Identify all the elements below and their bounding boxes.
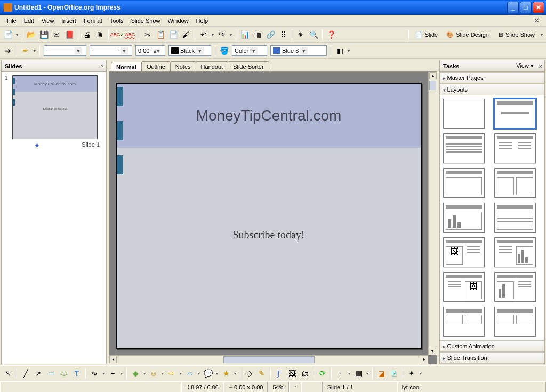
layout-title-chart[interactable]: [443, 203, 485, 233]
animation-icon[interactable]: ✦: [406, 367, 417, 379]
menu-help[interactable]: Help: [192, 17, 212, 25]
section-slide-transition[interactable]: Slide Transition: [440, 352, 544, 364]
open-icon[interactable]: 📂: [25, 29, 37, 41]
line-color-combo[interactable]: Black▾: [168, 45, 211, 56]
pen-dropdown[interactable]: ▾: [33, 49, 37, 53]
format-paintbrush-icon[interactable]: 🖌: [180, 29, 192, 41]
grid-icon[interactable]: ⠿: [277, 29, 289, 41]
layout-title-two-box[interactable]: [494, 168, 536, 198]
navigator-icon[interactable]: ✴: [295, 29, 307, 41]
line-tool-icon[interactable]: ╱: [20, 367, 31, 379]
arrow-style-combo[interactable]: ▾: [44, 45, 86, 56]
layout-title-table[interactable]: [494, 203, 536, 233]
arrange-dropdown[interactable]: ▾: [365, 371, 370, 376]
print-preview-icon[interactable]: 🗎: [94, 29, 106, 41]
interaction-icon[interactable]: ⎘: [388, 367, 400, 379]
extrusion-icon[interactable]: ◪: [375, 367, 387, 379]
hyperlink-icon[interactable]: 🔗: [264, 29, 276, 41]
spreadsheet-icon[interactable]: ▦: [252, 29, 263, 41]
layout-title-two-content[interactable]: [494, 133, 536, 163]
mail-icon[interactable]: ✉: [51, 29, 62, 41]
section-master-pages[interactable]: Master Pages: [440, 72, 544, 84]
symbol-shapes-icon[interactable]: ☺: [148, 367, 159, 379]
arrange-icon[interactable]: ▤: [352, 367, 364, 379]
tab-normal[interactable]: Normal: [111, 62, 142, 72]
stars-icon[interactable]: ★: [220, 367, 232, 379]
zoom-icon[interactable]: 🔍: [308, 29, 319, 41]
curve-dropdown[interactable]: ▾: [101, 371, 106, 376]
fill-bucket-icon[interactable]: 🪣: [218, 45, 230, 57]
copy-icon[interactable]: 📋: [155, 29, 166, 41]
auto-spellcheck-icon[interactable]: ABC: [124, 29, 136, 41]
basic-shapes-dropdown[interactable]: ▾: [142, 371, 147, 376]
layout-blank[interactable]: [443, 99, 485, 129]
menu-slideshow[interactable]: Slide Show: [127, 17, 164, 25]
layout-title-only[interactable]: [443, 168, 485, 198]
menu-file[interactable]: File: [3, 17, 20, 25]
menu-insert[interactable]: Insert: [58, 17, 80, 25]
alignment-dropdown[interactable]: ▾: [347, 371, 351, 376]
rectangle-tool-icon[interactable]: ▭: [45, 367, 57, 379]
save-icon[interactable]: 💾: [38, 29, 50, 41]
drawing-toolbar-overflow[interactable]: ▾: [419, 371, 423, 376]
menu-format[interactable]: Format: [80, 17, 106, 25]
tasks-panel-close-icon[interactable]: ×: [539, 63, 542, 69]
tab-handout[interactable]: Handout: [196, 61, 229, 71]
slide-canvas[interactable]: MoneyTipCentral.com Subscribe today!: [116, 83, 422, 349]
section-custom-animation[interactable]: Custom Animation: [440, 340, 544, 352]
pen-icon[interactable]: ✒: [20, 45, 31, 57]
layout-title-content[interactable]: [494, 99, 536, 129]
select-tool-icon[interactable]: ↖: [2, 367, 14, 379]
vertical-scrollbar[interactable]: ▴▾: [428, 72, 437, 355]
layout-title-text-clip[interactable]: 🖼: [443, 272, 485, 302]
arrow-tool-icon[interactable]: ➚: [33, 367, 44, 379]
callouts-dropdown[interactable]: ▾: [215, 371, 219, 376]
slide-button[interactable]: 📄 Slide: [412, 29, 441, 41]
from-file-icon[interactable]: 🖼: [286, 367, 298, 379]
slide-title-placeholder[interactable]: MoneyTipCentral.com: [117, 84, 421, 148]
help-icon[interactable]: ❓: [325, 29, 337, 41]
connector-tool-icon[interactable]: ⌐: [107, 367, 118, 379]
chart-icon[interactable]: 📊: [239, 29, 251, 41]
tab-outline[interactable]: Outline: [141, 61, 171, 71]
curve-tool-icon[interactable]: ∿: [89, 367, 100, 379]
redo-icon[interactable]: ↷: [216, 29, 228, 41]
tab-notes[interactable]: Notes: [170, 61, 196, 71]
menu-tools[interactable]: Tools: [106, 17, 127, 25]
gallery-icon[interactable]: 🗂: [299, 367, 311, 379]
flowchart-icon[interactable]: ▱: [184, 367, 196, 379]
horizontal-scrollbar[interactable]: ◂▸: [109, 355, 428, 364]
toolbar-overflow[interactable]: ▾: [540, 33, 544, 37]
slide-show-button[interactable]: 🖥 Slide Show: [494, 29, 539, 41]
minimize-button[interactable]: _: [507, 2, 519, 13]
spellcheck-icon[interactable]: ABC✓: [111, 29, 123, 41]
undo-dropdown[interactable]: ▾: [211, 33, 215, 37]
layout-four-1[interactable]: [443, 307, 485, 337]
cut-icon[interactable]: ✂: [142, 29, 154, 41]
alignment-icon[interactable]: ⫞: [334, 367, 346, 379]
slides-panel-close-icon[interactable]: ×: [101, 63, 104, 69]
pointer-icon[interactable]: ➜: [2, 45, 14, 57]
slides-panel-body[interactable]: 1 MoneyTipCentral.com Subscribe today! ◆…: [2, 72, 106, 364]
slide-thumb-1[interactable]: 1 MoneyTipCentral.com Subscribe today!: [5, 75, 103, 139]
line-width-combo[interactable]: 0.00"▴▾: [135, 45, 165, 56]
slide-canvas-wrap[interactable]: MoneyTipCentral.com Subscribe today! ▴▾ …: [109, 71, 437, 364]
new-doc-icon[interactable]: 📄: [2, 29, 14, 41]
flowchart-dropdown[interactable]: ▾: [197, 371, 201, 376]
glue-points-icon[interactable]: ✎: [256, 367, 268, 379]
basic-shapes-icon[interactable]: ◆: [130, 367, 141, 379]
slide-body-placeholder[interactable]: Subscribe today!: [117, 229, 421, 241]
export-pdf-icon[interactable]: 📕: [63, 29, 75, 41]
status-zoom[interactable]: 54%: [268, 382, 289, 392]
tab-slide-sorter[interactable]: Slide Sorter: [228, 61, 269, 71]
close-button[interactable]: ✕: [533, 2, 544, 13]
fill-color-combo[interactable]: Blue 8▾: [270, 45, 327, 56]
slide-thumb-preview[interactable]: MoneyTipCentral.com Subscribe today!: [12, 75, 98, 139]
undo-icon[interactable]: ↶: [198, 29, 210, 41]
new-dropdown[interactable]: ▾: [15, 33, 19, 37]
layout-title-chart-text[interactable]: [494, 272, 536, 302]
tasks-view-menu[interactable]: View ▾: [516, 62, 534, 69]
layout-four-2[interactable]: [494, 307, 536, 337]
menu-view[interactable]: View: [38, 17, 58, 25]
menu-edit[interactable]: Edit: [20, 17, 38, 25]
